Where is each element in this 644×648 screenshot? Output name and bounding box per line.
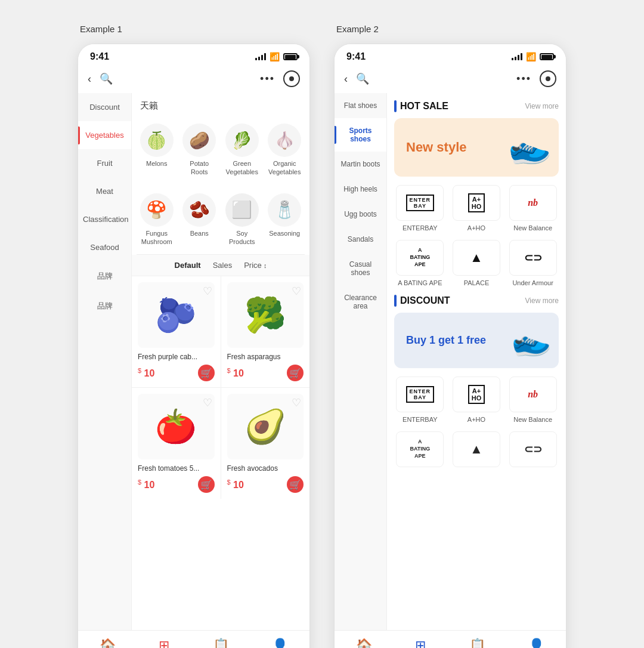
avocados-price: $ 10 [227,479,244,490]
status-time-2: 9:41 [346,51,366,62]
category-mushroom[interactable]: 🍄 Fungus Mushroom [137,189,177,251]
heart-btn-asparagus[interactable]: ♡ [292,285,301,298]
battery-icon-2 [540,53,554,60]
search-icon-2[interactable]: 🔍 [356,72,369,85]
hot-sale-banner[interactable]: New style 👟 [394,118,559,177]
brand-ua-bottom[interactable]: ⊂⊃ [507,431,559,467]
beans-img: 🫘 [182,193,216,227]
signal-icon-2 [512,53,522,60]
product-card-purple-cab[interactable]: 🫐 ♡ Fresh purple cab... $ 10 🛒 [132,276,221,387]
nb-logo-disc: nb [509,377,557,412]
back-icon-1[interactable]: ‹ [88,73,91,85]
sidebar-item-meat[interactable]: Meat [78,177,131,205]
sidebar-item-classification[interactable]: Classification [78,205,131,233]
palace-logo-text-bottom: ▲ [470,442,483,457]
sidebar-item-brand2[interactable]: 品牌 [78,291,131,321]
discount-title: DISCOUNT [394,295,450,307]
brand-enterbay-disc[interactable]: ENTERBAY ENTERBAY [394,377,446,423]
sidebar-item-vegetables[interactable]: Vegetables [78,121,131,149]
shoes-sidebar-flat[interactable]: Flat shoes [335,93,386,118]
category-green-veg[interactable]: 🥬 Green Vegetables [222,119,262,181]
bape-name-hot: A BATING APE [398,279,442,286]
product-card-tomatoes[interactable]: 🍅 ♡ Fresh tomatoes 5... $ 10 🛒 [132,388,221,499]
shoes-sidebar-sports[interactable]: Sports shoes [335,118,386,152]
palace-name-hot: PALACE [464,279,490,286]
bottom-nav-grid-2[interactable]: ⊞ [415,638,426,648]
brand-palace-hot[interactable]: ▲ PALACE [451,240,503,286]
more-icon-1[interactable]: ••• [260,73,275,85]
orders-icon-1: 📋 [213,638,229,648]
category-potato[interactable]: 🥔 Potato Roots [179,119,220,181]
shoes-sidebar-highheels[interactable]: High heels [335,177,386,202]
brand-aho-hot[interactable]: A+HO A+HO [451,185,503,232]
more-icon-2[interactable]: ••• [516,73,531,85]
bape-logo-bottom: ABATINGAPE [396,431,444,467]
brand-nb-hot[interactable]: nb New Balance [507,185,559,232]
sidebar-item-discount[interactable]: Discount [78,93,131,121]
shoes-sidebar-martin[interactable]: Martin boots [335,152,386,177]
brand-aho-disc[interactable]: A+HO A+HO [451,377,503,423]
category-organic-veg[interactable]: 🧄 Organic Vegetables [265,119,305,181]
shoes-sidebar-ugg[interactable]: Ugg boots [335,202,386,227]
soy-label: Soy Products [224,229,260,246]
sort-price[interactable]: Price [244,261,267,270]
potato-img: 🥔 [182,124,216,157]
bottom-nav-profile-2[interactable]: 👤 [528,638,544,648]
product-card-asparagus[interactable]: 🥦 ♡ Fresh asparagus $ 10 🛒 [221,276,310,387]
brand-bape-bottom[interactable]: ABATINGAPE [394,431,446,467]
shoes-sidebar-casual[interactable]: Casual shoes [335,252,386,285]
shoes-sidebar-clearance[interactable]: Clearance area [335,285,386,319]
nb-logo-hot: nb [509,185,557,221]
brand-grid-bottom: ABATINGAPE ▲ ⊂⊃ [394,431,559,467]
hot-sale-view-more[interactable]: View more [525,102,559,110]
ua-logo-bottom: ⊂⊃ [509,431,557,467]
sidebar-item-fruit[interactable]: Fruit [78,149,131,177]
brand-nb-disc[interactable]: nb New Balance [507,377,559,423]
discount-banner[interactable]: Buy 1 get 1 free 👟 [394,313,559,368]
brand-grid-hot2: ABATINGAPE A BATING APE ▲ PALACE ⊂⊃ [394,240,559,286]
category-melons[interactable]: 🍈 Melons [137,119,177,181]
heart-btn-avocados[interactable]: ♡ [292,396,301,409]
nb-logo-text-hot: nb [528,198,538,208]
sort-sales[interactable]: Sales [213,261,233,270]
discount-view-more[interactable]: View more [525,297,559,305]
category-seasoning[interactable]: 🧂 Seasoning [265,189,305,251]
brand-palace-bottom[interactable]: ▲ [451,431,503,467]
bottom-nav-home-2[interactable]: 🏠 [356,638,372,648]
ua-logo-text-bottom: ⊂⊃ [524,443,542,456]
target-icon-2[interactable] [540,70,556,87]
sidebar-item-brand1[interactable]: 品牌 [78,261,131,291]
bottom-nav-orders-2[interactable]: 📋 [469,638,485,648]
sidebar-item-seafood[interactable]: Seafood [78,233,131,261]
phone2: 9:41 📶 ‹ 🔍 ••• Flat sho [334,44,566,648]
product-card-avocados[interactable]: 🥑 ♡ Fresh avocados $ 10 🛒 [221,388,310,499]
brand-bape-hot[interactable]: ABATINGAPE A BATING APE [394,240,446,286]
heart-btn-tomatoes[interactable]: ♡ [203,396,212,409]
shoes-sidebar-sandals[interactable]: Sandals [335,227,386,252]
shoes-main-2: HOT SALE View more New style 👟 ENTERBAY [387,93,566,630]
target-icon-1[interactable] [283,70,300,87]
bottom-nav-profile-1[interactable]: 👤 [272,638,288,648]
melons-img: 🍈 [140,124,174,157]
add-cart-purple-cab[interactable]: 🛒 [198,365,215,381]
heart-btn-purple-cab[interactable]: ♡ [203,285,212,298]
nav-right-1: ••• [260,70,300,87]
home-icon-2: 🏠 [356,638,372,648]
bottom-nav-home-1[interactable]: 🏠 [100,638,116,648]
bottom-nav-orders-1[interactable]: 📋 [213,638,229,648]
aho-logo-disc: A+HO [453,377,500,412]
brand-enterbay-hot[interactable]: ENTERBAY ENTERBAY [394,185,446,232]
category-beans[interactable]: 🫘 Beans [179,189,220,251]
brand-ua-hot[interactable]: ⊂⊃ Under Armour [507,240,559,286]
category-soy[interactable]: ⬜ Soy Products [222,189,262,251]
add-cart-asparagus[interactable]: 🛒 [287,365,304,381]
bottom-nav-grid-1[interactable]: ⊞ [159,638,169,648]
enterbay-name-disc: ENTERBAY [402,416,437,423]
sort-default[interactable]: Default [175,261,201,270]
aho-logo-text-disc: A+HO [468,385,485,404]
back-icon-2[interactable]: ‹ [344,73,348,85]
search-icon-1[interactable]: 🔍 [100,72,113,85]
seasoning-img: 🧂 [268,193,301,227]
add-cart-tomatoes[interactable]: 🛒 [198,476,215,493]
add-cart-avocados[interactable]: 🛒 [287,476,304,493]
